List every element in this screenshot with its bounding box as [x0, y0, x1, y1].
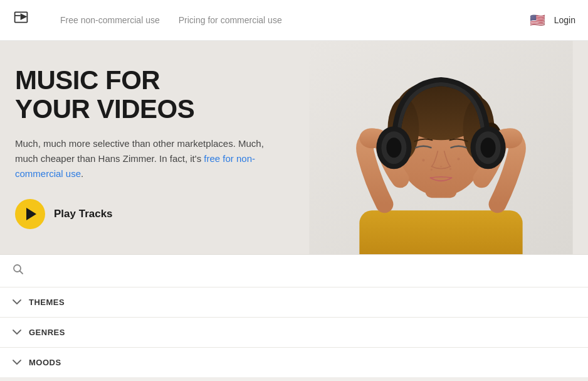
pricing-commercial-link[interactable]: Pricing for commercial use: [179, 15, 282, 25]
svg-line-26: [20, 271, 23, 274]
search-icon: [13, 264, 24, 278]
genres-label: GENRES: [29, 328, 65, 337]
filter-moods[interactable]: MOODS: [0, 348, 588, 377]
filter-genres[interactable]: GENRES: [0, 318, 588, 348]
svg-marker-2: [21, 13, 28, 20]
hero-content: MUSIC FOR YOUR VIDEOS Much, much more se…: [15, 66, 297, 229]
free-non-commercial-link[interactable]: Free non-commercial use: [60, 15, 160, 25]
filter-section: THEMES GENRES MOODS: [0, 254, 588, 377]
moods-label: MOODS: [29, 358, 61, 367]
search-input[interactable]: [30, 266, 575, 276]
svg-point-21: [386, 137, 401, 158]
svg-rect-5: [359, 210, 522, 254]
hero-title: MUSIC FOR YOUR VIDEOS: [15, 66, 297, 124]
svg-point-12: [422, 159, 424, 161]
themes-label: THEMES: [29, 298, 65, 307]
chevron-themes-icon: [13, 298, 21, 307]
logo[interactable]: [13, 9, 35, 31]
header-right: 🇺🇸 Login: [530, 13, 575, 28]
header: Free non-commercial use Pricing for comm…: [0, 0, 588, 41]
chevron-genres-icon: [13, 328, 21, 337]
search-bar[interactable]: [0, 255, 588, 287]
logo-icon: [13, 9, 35, 31]
svg-point-15: [449, 168, 451, 170]
hero-section: MUSIC FOR YOUR VIDEOS Much, much more se…: [0, 41, 588, 254]
login-link[interactable]: Login: [554, 15, 575, 25]
hero-person-svg: [294, 41, 588, 254]
filter-themes[interactable]: THEMES: [0, 287, 588, 318]
chevron-moods-icon: [13, 358, 21, 367]
svg-point-14: [431, 169, 433, 171]
play-button-wrapper: Play Tracks: [15, 199, 297, 229]
hero-image: [294, 41, 588, 254]
svg-point-24: [481, 137, 496, 158]
svg-point-13: [458, 158, 460, 160]
play-tracks-label: Play Tracks: [54, 208, 113, 220]
play-triangle-icon: [26, 208, 36, 220]
header-nav: Free non-commercial use Pricing for comm…: [60, 15, 530, 25]
play-button[interactable]: [15, 199, 45, 229]
svg-point-16: [440, 166, 442, 168]
hero-description: Much, much more selective than other mar…: [15, 136, 285, 181]
flag-icon[interactable]: 🇺🇸: [530, 13, 545, 28]
